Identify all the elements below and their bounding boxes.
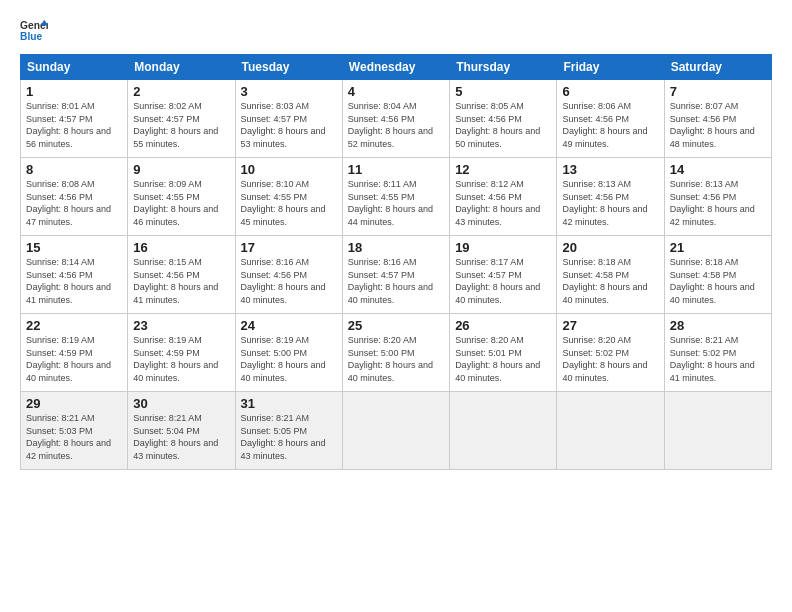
calendar-day-cell [342,392,449,470]
day-info: Sunrise: 8:13 AMSunset: 4:56 PMDaylight:… [670,179,755,227]
day-info: Sunrise: 8:14 AMSunset: 4:56 PMDaylight:… [26,257,111,305]
day-info: Sunrise: 8:09 AMSunset: 4:55 PMDaylight:… [133,179,218,227]
calendar-day-cell: 14Sunrise: 8:13 AMSunset: 4:56 PMDayligh… [664,158,771,236]
day-info: Sunrise: 8:12 AMSunset: 4:56 PMDaylight:… [455,179,540,227]
calendar-header-cell: Thursday [450,55,557,80]
day-info: Sunrise: 8:21 AMSunset: 5:04 PMDaylight:… [133,413,218,461]
day-info: Sunrise: 8:16 AMSunset: 4:57 PMDaylight:… [348,257,433,305]
calendar-header-cell: Saturday [664,55,771,80]
calendar-week-row: 8Sunrise: 8:08 AMSunset: 4:56 PMDaylight… [21,158,772,236]
day-info: Sunrise: 8:15 AMSunset: 4:56 PMDaylight:… [133,257,218,305]
calendar-day-cell: 4Sunrise: 8:04 AMSunset: 4:56 PMDaylight… [342,80,449,158]
day-info: Sunrise: 8:18 AMSunset: 4:58 PMDaylight:… [562,257,647,305]
day-info: Sunrise: 8:19 AMSunset: 5:00 PMDaylight:… [241,335,326,383]
day-number: 8 [26,162,122,177]
day-number: 12 [455,162,551,177]
day-number: 30 [133,396,229,411]
calendar-day-cell: 30Sunrise: 8:21 AMSunset: 5:04 PMDayligh… [128,392,235,470]
logo-icon: General Blue [20,16,48,44]
day-number: 21 [670,240,766,255]
calendar-header-row: SundayMondayTuesdayWednesdayThursdayFrid… [21,55,772,80]
day-number: 4 [348,84,444,99]
day-info: Sunrise: 8:20 AMSunset: 5:01 PMDaylight:… [455,335,540,383]
day-info: Sunrise: 8:21 AMSunset: 5:05 PMDaylight:… [241,413,326,461]
day-number: 5 [455,84,551,99]
day-info: Sunrise: 8:04 AMSunset: 4:56 PMDaylight:… [348,101,433,149]
calendar-day-cell: 3Sunrise: 8:03 AMSunset: 4:57 PMDaylight… [235,80,342,158]
day-number: 2 [133,84,229,99]
day-info: Sunrise: 8:08 AMSunset: 4:56 PMDaylight:… [26,179,111,227]
day-number: 26 [455,318,551,333]
day-number: 11 [348,162,444,177]
day-info: Sunrise: 8:01 AMSunset: 4:57 PMDaylight:… [26,101,111,149]
calendar-day-cell: 10Sunrise: 8:10 AMSunset: 4:55 PMDayligh… [235,158,342,236]
day-info: Sunrise: 8:03 AMSunset: 4:57 PMDaylight:… [241,101,326,149]
calendar-day-cell: 13Sunrise: 8:13 AMSunset: 4:56 PMDayligh… [557,158,664,236]
day-number: 29 [26,396,122,411]
calendar-week-row: 29Sunrise: 8:21 AMSunset: 5:03 PMDayligh… [21,392,772,470]
calendar-day-cell: 19Sunrise: 8:17 AMSunset: 4:57 PMDayligh… [450,236,557,314]
page: General Blue SundayMondayTuesdayWednesda… [0,0,792,612]
calendar-header-cell: Tuesday [235,55,342,80]
calendar-day-cell: 1Sunrise: 8:01 AMSunset: 4:57 PMDaylight… [21,80,128,158]
header: General Blue [20,16,772,44]
day-info: Sunrise: 8:13 AMSunset: 4:56 PMDaylight:… [562,179,647,227]
calendar-day-cell: 25Sunrise: 8:20 AMSunset: 5:00 PMDayligh… [342,314,449,392]
day-info: Sunrise: 8:21 AMSunset: 5:02 PMDaylight:… [670,335,755,383]
day-number: 31 [241,396,337,411]
calendar-day-cell: 24Sunrise: 8:19 AMSunset: 5:00 PMDayligh… [235,314,342,392]
day-info: Sunrise: 8:17 AMSunset: 4:57 PMDaylight:… [455,257,540,305]
day-info: Sunrise: 8:20 AMSunset: 5:00 PMDaylight:… [348,335,433,383]
calendar-table: SundayMondayTuesdayWednesdayThursdayFrid… [20,54,772,470]
day-info: Sunrise: 8:11 AMSunset: 4:55 PMDaylight:… [348,179,433,227]
calendar-day-cell [664,392,771,470]
day-number: 15 [26,240,122,255]
day-number: 13 [562,162,658,177]
day-number: 9 [133,162,229,177]
calendar-day-cell: 11Sunrise: 8:11 AMSunset: 4:55 PMDayligh… [342,158,449,236]
day-number: 22 [26,318,122,333]
day-info: Sunrise: 8:02 AMSunset: 4:57 PMDaylight:… [133,101,218,149]
day-number: 18 [348,240,444,255]
calendar-day-cell: 31Sunrise: 8:21 AMSunset: 5:05 PMDayligh… [235,392,342,470]
day-number: 3 [241,84,337,99]
calendar-day-cell: 20Sunrise: 8:18 AMSunset: 4:58 PMDayligh… [557,236,664,314]
calendar-header-cell: Monday [128,55,235,80]
calendar-header-cell: Sunday [21,55,128,80]
day-info: Sunrise: 8:18 AMSunset: 4:58 PMDaylight:… [670,257,755,305]
day-info: Sunrise: 8:05 AMSunset: 4:56 PMDaylight:… [455,101,540,149]
day-number: 20 [562,240,658,255]
day-number: 6 [562,84,658,99]
svg-text:Blue: Blue [20,31,43,42]
day-info: Sunrise: 8:19 AMSunset: 4:59 PMDaylight:… [26,335,111,383]
day-info: Sunrise: 8:20 AMSunset: 5:02 PMDaylight:… [562,335,647,383]
calendar-week-row: 1Sunrise: 8:01 AMSunset: 4:57 PMDaylight… [21,80,772,158]
calendar-header-cell: Wednesday [342,55,449,80]
calendar-day-cell: 17Sunrise: 8:16 AMSunset: 4:56 PMDayligh… [235,236,342,314]
calendar-week-row: 22Sunrise: 8:19 AMSunset: 4:59 PMDayligh… [21,314,772,392]
calendar-day-cell: 6Sunrise: 8:06 AMSunset: 4:56 PMDaylight… [557,80,664,158]
day-number: 19 [455,240,551,255]
day-number: 1 [26,84,122,99]
calendar-day-cell: 27Sunrise: 8:20 AMSunset: 5:02 PMDayligh… [557,314,664,392]
calendar-day-cell: 16Sunrise: 8:15 AMSunset: 4:56 PMDayligh… [128,236,235,314]
calendar-header-cell: Friday [557,55,664,80]
day-info: Sunrise: 8:16 AMSunset: 4:56 PMDaylight:… [241,257,326,305]
day-number: 14 [670,162,766,177]
calendar-day-cell: 12Sunrise: 8:12 AMSunset: 4:56 PMDayligh… [450,158,557,236]
calendar-body: 1Sunrise: 8:01 AMSunset: 4:57 PMDaylight… [21,80,772,470]
calendar-week-row: 15Sunrise: 8:14 AMSunset: 4:56 PMDayligh… [21,236,772,314]
calendar-day-cell [450,392,557,470]
calendar-day-cell: 22Sunrise: 8:19 AMSunset: 4:59 PMDayligh… [21,314,128,392]
day-number: 16 [133,240,229,255]
calendar-day-cell: 28Sunrise: 8:21 AMSunset: 5:02 PMDayligh… [664,314,771,392]
calendar-day-cell: 7Sunrise: 8:07 AMSunset: 4:56 PMDaylight… [664,80,771,158]
calendar-day-cell: 26Sunrise: 8:20 AMSunset: 5:01 PMDayligh… [450,314,557,392]
day-number: 28 [670,318,766,333]
day-number: 25 [348,318,444,333]
calendar-day-cell: 18Sunrise: 8:16 AMSunset: 4:57 PMDayligh… [342,236,449,314]
day-number: 7 [670,84,766,99]
day-info: Sunrise: 8:21 AMSunset: 5:03 PMDaylight:… [26,413,111,461]
logo: General Blue [20,16,48,44]
calendar-day-cell: 21Sunrise: 8:18 AMSunset: 4:58 PMDayligh… [664,236,771,314]
